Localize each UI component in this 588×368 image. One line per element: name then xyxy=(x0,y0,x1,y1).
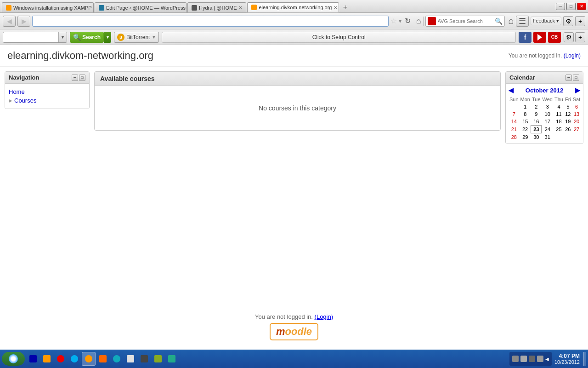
bookmark-icon[interactable]: ▾ xyxy=(399,18,401,24)
search-button-arrow[interactable]: ▼ xyxy=(104,32,111,43)
tray-icon-3[interactable] xyxy=(529,356,535,362)
nav-home-link[interactable]: Home xyxy=(9,87,85,96)
search-combo-dropdown[interactable]: ▼ xyxy=(58,32,67,42)
cal-day-12[interactable]: 12 xyxy=(564,110,572,118)
facebook-icon[interactable]: f xyxy=(519,32,531,43)
refresh-button[interactable]: ↻ xyxy=(403,17,413,26)
cal-day-6[interactable]: 6 xyxy=(572,103,582,110)
cal-header-fri: Fri xyxy=(564,96,572,103)
cal-day-28[interactable]: 28 xyxy=(509,133,520,141)
tools-button[interactable]: ⚙ xyxy=(563,16,573,26)
home-button-2[interactable]: ⌂ xyxy=(509,16,514,26)
bittorrent-dropdown[interactable]: ▼ xyxy=(152,35,156,40)
cal-day-19[interactable]: 19 xyxy=(564,118,572,126)
cal-day-7[interactable]: 7 xyxy=(509,110,520,118)
notification-arrow[interactable]: ◀ xyxy=(545,356,549,362)
taskbar-xampp[interactable] xyxy=(96,352,109,366)
courses-expand-arrow[interactable]: ▶ xyxy=(9,98,12,103)
back-button[interactable]: ◀ xyxy=(3,16,16,27)
cal-day-25[interactable]: 25 xyxy=(554,126,564,133)
minimize-button[interactable]: ─ xyxy=(556,3,565,10)
taskbar-folder[interactable] xyxy=(40,352,53,366)
taskbar-ie[interactable] xyxy=(27,352,40,366)
tray-icon-4[interactable] xyxy=(537,356,543,362)
calendar-minimize[interactable]: ─ xyxy=(565,75,572,81)
taskbar-media[interactable] xyxy=(54,352,67,366)
cal-day-27[interactable]: 27 xyxy=(572,126,582,133)
cal-day-17[interactable]: 17 xyxy=(542,118,554,126)
cal-day-22[interactable]: 22 xyxy=(520,126,531,133)
cal-day-23[interactable]: 23 xyxy=(531,126,542,133)
setup-control-button[interactable]: Click to Setup Control xyxy=(162,32,516,43)
taskbar-skype[interactable] xyxy=(68,352,81,366)
avg-search-input[interactable] xyxy=(438,18,493,24)
maximize-button[interactable]: □ xyxy=(566,3,576,10)
navigation-block-expand[interactable]: □ xyxy=(79,75,85,81)
calendar-next-button[interactable]: ▶ xyxy=(575,86,580,94)
cal-day-20[interactable]: 20 xyxy=(572,118,582,126)
tab-4[interactable]: elearning.divkom-networking.org ✕ xyxy=(247,2,339,12)
login-link-top[interactable]: (Login) xyxy=(564,52,581,59)
cal-day-1[interactable]: 1 xyxy=(520,103,531,110)
tab-1[interactable]: Windows installation using XAMPP - ... ✕ xyxy=(2,2,94,12)
taskbar-app2[interactable] xyxy=(165,352,178,366)
toolbar-add-button[interactable]: + xyxy=(575,32,585,42)
nav-extra-btn-1[interactable]: ☰ xyxy=(516,16,529,27)
cal-day-26[interactable]: 26 xyxy=(564,126,572,133)
cal-day-18[interactable]: 18 xyxy=(554,118,564,126)
feedback-button[interactable]: Feedback ▾ xyxy=(531,17,561,25)
cal-day-8[interactable]: 8 xyxy=(520,110,531,118)
taskbar-app1[interactable] xyxy=(152,352,164,366)
cal-day-13[interactable]: 13 xyxy=(572,110,582,118)
cal-day-10[interactable]: 10 xyxy=(542,110,554,118)
tab-2[interactable]: Edit Page ‹ @HOME — WordPress ✕ xyxy=(95,2,187,12)
tab-4-close[interactable]: ✕ xyxy=(334,5,337,10)
cb-icon[interactable]: CB xyxy=(548,32,561,43)
new-tab-button[interactable]: + xyxy=(340,2,350,12)
bittorrent-button[interactable]: μ BitTorrent ▼ xyxy=(114,32,159,43)
start-button[interactable] xyxy=(2,352,25,366)
close-button[interactable]: ✕ xyxy=(577,3,586,10)
taskbar-ie2[interactable] xyxy=(110,352,123,366)
tray-icon-2[interactable] xyxy=(520,356,527,362)
calendar-prev-button[interactable]: ◀ xyxy=(509,86,514,94)
toolbar-settings-button[interactable]: ⚙ xyxy=(564,32,574,42)
cal-day-31[interactable]: 31 xyxy=(542,133,554,141)
cal-day-11[interactable]: 11 xyxy=(554,110,564,118)
forward-button[interactable]: ▶ xyxy=(17,16,30,27)
cal-day-30[interactable]: 30 xyxy=(531,133,542,141)
cal-day-14[interactable]: 14 xyxy=(509,118,520,126)
moodle-logo[interactable]: moodle xyxy=(270,323,318,340)
cal-day-9[interactable]: 9 xyxy=(531,110,542,118)
cal-day-24[interactable]: 24 xyxy=(542,126,554,133)
search-text-input[interactable]: moodle in localarea xyxy=(3,34,58,40)
cal-day-2[interactable]: 2 xyxy=(531,103,542,110)
tray-icon-1[interactable] xyxy=(512,356,519,362)
avg-search-icon[interactable]: 🔍 xyxy=(495,17,503,25)
cal-day-5[interactable]: 5 xyxy=(564,103,572,110)
calendar-expand[interactable]: □ xyxy=(573,75,579,81)
bookmark-star-icon[interactable]: ☆ xyxy=(390,17,397,25)
address-bar[interactable]: 172.16.150.45/moodle/ xyxy=(32,16,389,27)
cal-day-15[interactable]: 15 xyxy=(520,118,531,126)
navigation-block-minimize[interactable]: ─ xyxy=(72,75,78,81)
cal-day-29[interactable]: 29 xyxy=(520,133,531,141)
footer-login-link[interactable]: (Login) xyxy=(315,313,333,320)
show-desktop-button[interactable] xyxy=(583,352,586,366)
taskbar-firefox[interactable] xyxy=(82,352,96,366)
courses-block: Available courses No courses in this cat… xyxy=(94,71,501,131)
youtube-icon[interactable] xyxy=(533,32,546,43)
address-input[interactable]: 172.16.150.45/moodle/ xyxy=(35,18,385,24)
cal-day-21[interactable]: 21 xyxy=(509,126,520,133)
taskbar-putty[interactable] xyxy=(138,352,151,366)
cal-day-3[interactable]: 3 xyxy=(542,103,554,110)
cal-day-16[interactable]: 16 xyxy=(531,118,542,126)
taskbar-paint[interactable] xyxy=(124,352,137,366)
search-button[interactable]: 🔍 Search xyxy=(70,32,104,43)
tab-3[interactable]: Hydra | @HOME ✕ xyxy=(187,2,246,12)
new-tab-btn[interactable]: + xyxy=(575,16,585,26)
home-button[interactable]: ⌂ xyxy=(416,16,421,26)
tab-3-close[interactable]: ✕ xyxy=(238,5,242,10)
cal-day-4[interactable]: 4 xyxy=(554,103,564,110)
nav-courses-link[interactable]: Courses xyxy=(14,97,36,104)
